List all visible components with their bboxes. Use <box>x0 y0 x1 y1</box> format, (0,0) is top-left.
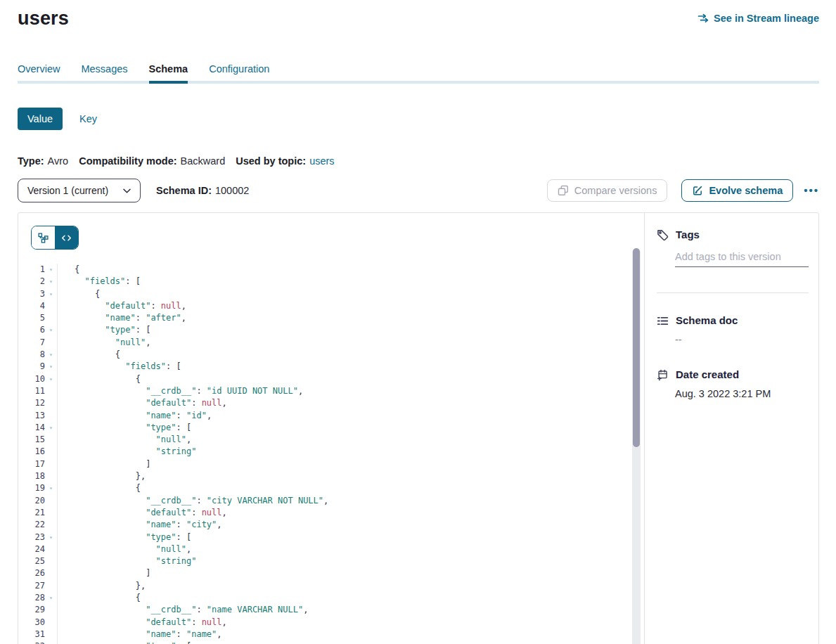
version-details-sidebar: Tags Schema doc -- <box>644 213 818 644</box>
tab-bar: Overview Messages Schema Configuration <box>0 63 836 84</box>
fold-spacer <box>45 617 57 629</box>
code-line: 18 }, <box>18 470 644 482</box>
line-gutter: 26 <box>18 567 58 579</box>
line-gutter: 10▾ <box>18 373 58 385</box>
fold-arrow-icon[interactable]: ▾ <box>45 349 57 361</box>
line-number: 2 <box>18 276 45 288</box>
fold-spacer <box>45 410 57 422</box>
tags-input[interactable] <box>675 251 809 262</box>
calendar-plus-icon <box>657 369 669 381</box>
schema-meta-row: Type:Avro Compatibility mode:Backward Us… <box>18 155 836 167</box>
editor-view-toggle <box>31 226 79 250</box>
editor-scrollbar[interactable] <box>632 248 641 644</box>
line-number: 24 <box>18 543 45 555</box>
code-text: { <box>58 373 141 385</box>
line-gutter: 8▾ <box>18 349 58 361</box>
line-number: 16 <box>18 446 45 458</box>
code-line: 7 "null", <box>18 337 644 349</box>
line-gutter: 2▾ <box>18 276 58 288</box>
tree-view-button[interactable] <box>32 226 55 249</box>
line-gutter: 19▾ <box>18 482 58 494</box>
meta-type: Type:Avro <box>18 155 68 167</box>
code-line: 29 "__crdb__": "name VARCHAR NULL", <box>18 604 644 616</box>
line-number: 22 <box>18 519 45 531</box>
schema-doc-section: Schema doc -- <box>657 314 809 346</box>
code-lines: 1▾{2▾ "fields": [3▾ {4 "default": null,5… <box>18 264 644 644</box>
code-line: 9▾ "fields": [ <box>18 361 644 373</box>
code-text: ] <box>58 567 150 579</box>
line-gutter: 5 <box>18 312 58 324</box>
line-number: 31 <box>18 629 45 640</box>
code-line: 12 "default": null, <box>18 397 644 409</box>
stream-lineage-label: See in Stream lineage <box>714 13 819 24</box>
line-number: 28 <box>18 592 45 604</box>
line-number: 6 <box>18 324 45 336</box>
code-text: { <box>58 482 141 494</box>
line-number: 18 <box>18 470 45 482</box>
line-gutter: 15 <box>18 434 58 446</box>
stream-lineage-link[interactable]: See in Stream lineage <box>697 13 819 24</box>
page-title: users <box>18 7 69 30</box>
line-number: 9 <box>18 361 45 373</box>
topic-link[interactable]: users <box>309 155 334 167</box>
fold-spacer <box>45 458 57 470</box>
fold-arrow-icon[interactable]: ▾ <box>45 532 57 543</box>
fold-arrow-icon[interactable]: ▾ <box>45 324 57 336</box>
line-number: 11 <box>18 385 45 397</box>
code-text: }, <box>58 470 146 482</box>
tab-schema[interactable]: Schema <box>149 63 188 84</box>
fold-arrow-icon[interactable]: ▾ <box>45 422 57 434</box>
more-actions-button[interactable]: ••• <box>804 179 819 202</box>
code-line: 6▾ "type": [ <box>18 324 644 336</box>
line-number: 27 <box>18 580 45 592</box>
fold-arrow-icon[interactable]: ▾ <box>45 276 57 288</box>
code-line: 16 "string" <box>18 446 644 458</box>
line-gutter: 28▾ <box>18 592 58 604</box>
line-gutter: 27 <box>18 580 58 592</box>
fold-arrow-icon[interactable]: ▾ <box>45 482 57 494</box>
code-line: 26 ] <box>18 567 644 579</box>
line-gutter: 29 <box>18 604 58 616</box>
key-toggle-link[interactable]: Key <box>79 113 97 124</box>
fold-arrow-icon[interactable]: ▾ <box>45 592 57 604</box>
line-number: 21 <box>18 507 45 519</box>
fold-spacer <box>45 604 57 616</box>
code-line: 3▾ { <box>18 288 644 300</box>
schema-doc-value: -- <box>675 334 809 346</box>
line-gutter: 1▾ <box>18 264 58 276</box>
fold-arrow-icon[interactable]: ▾ <box>45 264 57 276</box>
code-text: "type": [ <box>58 532 191 543</box>
fold-arrow-icon[interactable]: ▾ <box>45 288 57 300</box>
line-number: 26 <box>18 567 45 579</box>
line-gutter: 9▾ <box>18 361 58 373</box>
evolve-schema-button[interactable]: Evolve schema <box>681 179 793 202</box>
fold-arrow-icon[interactable]: ▾ <box>45 373 57 385</box>
line-gutter: 24 <box>18 543 58 555</box>
code-line: 23▾ "type": [ <box>18 532 644 543</box>
tab-overview[interactable]: Overview <box>18 63 60 84</box>
date-created-section: Date created Aug. 3 2022 3:21 PM <box>657 368 809 400</box>
fold-spacer <box>45 629 57 640</box>
code-line: 14▾ "type": [ <box>18 422 644 434</box>
code-line: 31 "name": "name", <box>18 629 644 640</box>
scrollbar-thumb[interactable] <box>633 248 640 447</box>
fold-arrow-icon[interactable]: ▾ <box>45 361 57 373</box>
page-header: users See in Stream lineage <box>0 0 836 30</box>
version-select[interactable]: Version 1 (current) <box>18 179 141 202</box>
code-line: 2▾ "fields": [ <box>18 276 644 288</box>
line-number: 8 <box>18 349 45 361</box>
line-number: 25 <box>18 555 45 567</box>
tab-messages[interactable]: Messages <box>81 63 127 84</box>
compare-versions-button[interactable]: Compare versions <box>547 179 668 202</box>
line-gutter: 30 <box>18 617 58 629</box>
tab-configuration[interactable]: Configuration <box>209 63 269 84</box>
code-text: { <box>58 264 79 276</box>
line-number: 17 <box>18 458 45 470</box>
line-number: 5 <box>18 312 45 324</box>
code-view-button[interactable] <box>55 226 78 249</box>
version-select-value: Version 1 (current) <box>27 185 108 196</box>
fold-spacer <box>45 543 57 555</box>
code-line: 25 "string" <box>18 555 644 567</box>
value-toggle-button[interactable]: Value <box>18 108 63 130</box>
fold-arrow-icon[interactable]: ▾ <box>45 640 57 644</box>
